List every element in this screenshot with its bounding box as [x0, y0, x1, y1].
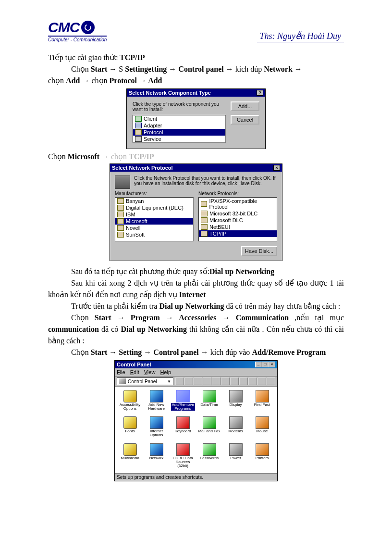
arrow-icon: → — [222, 314, 230, 322]
list-item-label: SunSoft — [126, 232, 145, 238]
protocol-item-icon — [201, 211, 208, 216]
chevron-down-icon[interactable]: ▼ — [167, 379, 171, 384]
cp-item[interactable]: ODBC Data Sources (32bit) — [170, 443, 196, 472]
list-icon[interactable] — [257, 377, 266, 385]
list-item-label: Digital Equipment (DEC) — [126, 205, 184, 211]
dialog-instruction: Click the type of network component you … — [133, 101, 226, 112]
address-bar[interactable]: Control Panel ▼ — [117, 377, 173, 385]
cp-item-label: Date/Time — [200, 403, 218, 407]
list-item-selected[interactable]: TCP/IP — [199, 230, 277, 237]
text-bold: Control panel — [151, 348, 198, 356]
list-item-selected[interactable]: Protocol — [133, 129, 225, 136]
cp-item[interactable]: Passwords — [196, 443, 222, 472]
cut-icon[interactable] — [184, 377, 193, 385]
list-item[interactable]: Digital Equipment (DEC) — [115, 204, 193, 211]
minimize-icon[interactable]: _ — [255, 362, 262, 367]
details-icon[interactable] — [267, 377, 275, 385]
list-item[interactable]: Novell — [115, 225, 193, 231]
have-disk-button[interactable]: Have Disk... — [241, 246, 277, 256]
list-item[interactable]: Adapter — [133, 122, 225, 129]
list-item[interactable]: Microsoft DLC — [199, 217, 277, 224]
menu-view[interactable]: View — [144, 369, 156, 375]
protocols-label: Network Protocols: — [198, 191, 277, 196]
list-item-label: Microsoft 32-bit DLC — [209, 211, 257, 216]
menu-bar: File Edit View Help — [115, 368, 277, 377]
add-button[interactable]: Add... — [231, 101, 259, 111]
list-item-label: Novell — [126, 225, 141, 231]
cp-item[interactable]: Printers — [249, 443, 275, 472]
list-item[interactable]: NetBEUI — [199, 224, 277, 230]
copy-icon[interactable] — [194, 377, 202, 385]
folder-icon — [119, 378, 126, 384]
cp-item[interactable]: Date/Time — [196, 389, 222, 415]
cancel-button[interactable]: Cancel — [231, 115, 259, 125]
arrow-icon: → — [226, 65, 233, 73]
text: chọn — [89, 76, 109, 85]
protocol-item-icon — [201, 217, 208, 223]
cp-item[interactable]: Network — [143, 443, 170, 472]
text: Sau đó ta tiếp tục cài phương thức quay … — [71, 267, 209, 276]
undo-icon[interactable] — [212, 377, 220, 385]
cp-item[interactable]: Multimedia — [117, 443, 143, 472]
control-panel-body: Accessibility OptionsAdd New HardwareAdd… — [115, 387, 277, 473]
maximize-icon[interactable]: □ — [262, 362, 269, 367]
delete-icon[interactable] — [221, 377, 230, 385]
cp-item-label: Mail and Fax — [198, 429, 220, 433]
cp-item[interactable]: Internet Options — [143, 416, 170, 441]
small-icons-icon[interactable] — [248, 377, 257, 385]
menu-edit[interactable]: Edit — [130, 369, 139, 375]
cp-item-label: Fonts — [125, 429, 135, 433]
cp-item-label: ODBC Data Sources (32bit) — [171, 456, 195, 468]
list-item[interactable]: SunSoft — [115, 231, 193, 238]
menu-help[interactable]: Help — [160, 369, 171, 375]
menu-file[interactable]: File — [117, 369, 125, 375]
page-header: CMC Computer - Communication Ths: Nguyễn… — [48, 19, 344, 42]
arrow-icon: → — [294, 65, 302, 73]
list-item[interactable]: Client — [133, 115, 225, 122]
cp-item[interactable]: Fonts — [117, 416, 143, 441]
paste-icon[interactable] — [203, 377, 211, 385]
large-icons-icon[interactable] — [239, 377, 248, 385]
manufacturers-listbox[interactable]: Banyan Digital Equipment (DEC) IBM Micro… — [115, 197, 194, 241]
component-listbox[interactable]: Client Adapter Protocol Service — [133, 115, 226, 143]
protocols-listbox[interactable]: IPX/SPX-compatible Protocol Microsoft 32… — [198, 197, 277, 241]
cp-item-icon — [229, 390, 243, 402]
text-bold: Program — [125, 314, 160, 322]
cp-item[interactable]: Find Fast — [249, 389, 275, 415]
text-bold: Internet — [179, 290, 206, 299]
cp-item[interactable]: Mail and Fax — [196, 416, 222, 441]
cp-item[interactable]: Keyboard — [170, 416, 196, 441]
text: chọn — [48, 76, 66, 85]
help-icon[interactable]: ? — [257, 90, 263, 96]
cp-item-label: Display — [229, 403, 242, 407]
list-item[interactable]: IPX/SPX-compatible Protocol — [199, 198, 277, 210]
list-item-selected[interactable]: Microsoft — [115, 218, 193, 225]
text: Chọn — [71, 65, 91, 73]
cp-item[interactable]: Add/Remove Programs — [170, 389, 196, 415]
cp-item[interactable]: Modems — [222, 416, 249, 441]
logo-icon — [81, 21, 95, 34]
list-item[interactable]: Microsoft 32-bit DLC — [199, 210, 277, 217]
cp-item[interactable]: Power — [222, 443, 249, 472]
cp-item[interactable]: Mouse — [249, 416, 275, 441]
cp-item-icon — [176, 390, 190, 402]
list-item[interactable]: Service — [133, 136, 225, 142]
cp-item[interactable]: Accessibility Options — [117, 389, 143, 415]
dialog-instruction: Click the Network Protocol that you want… — [134, 176, 277, 186]
text-bold: Microsoft — [68, 152, 99, 161]
close-icon[interactable]: × — [269, 362, 275, 367]
close-icon[interactable]: × — [273, 165, 280, 171]
up-icon[interactable] — [175, 377, 184, 385]
list-item[interactable]: IBM — [115, 211, 193, 218]
cp-item[interactable]: Add New Hardware — [143, 389, 170, 415]
cp-item[interactable]: Display — [222, 389, 249, 415]
cp-item-label: Accessibility Options — [118, 403, 142, 411]
properties-icon[interactable] — [230, 377, 239, 385]
list-item[interactable]: Banyan — [115, 198, 193, 204]
list-item-label: IPX/SPX-compatible Protocol — [209, 198, 275, 210]
list-item-label: Banyan — [126, 198, 144, 204]
text: kích đúp vào — [208, 348, 252, 356]
logo-text: CMC — [48, 19, 79, 36]
text: Trước tiên ta phải kiểm tra — [71, 302, 159, 310]
protocol-item-icon — [201, 231, 208, 237]
